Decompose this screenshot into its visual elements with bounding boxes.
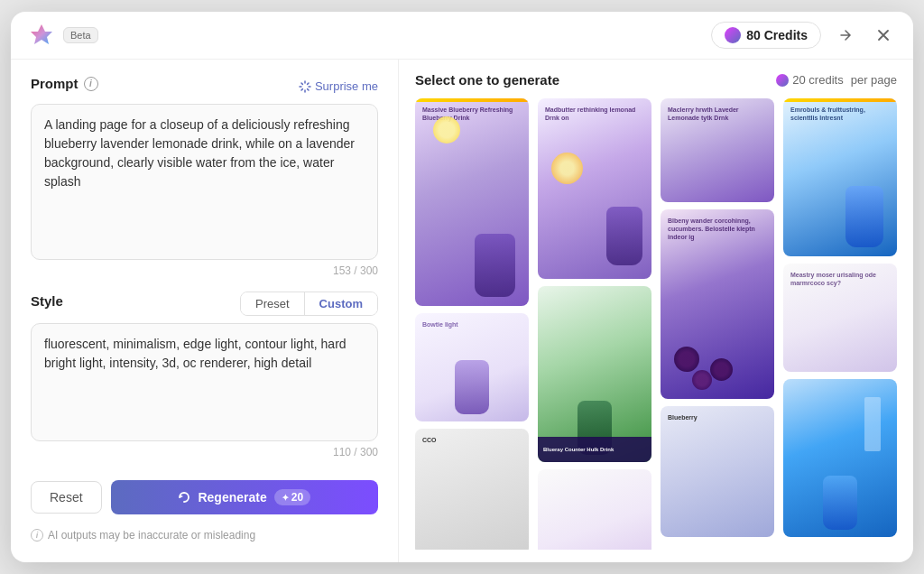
gallery-card-c4-2[interactable]: Meastry moser urisaling ode marmrcoco sc… [783,264,897,372]
beta-badge: Beta [63,27,98,43]
prompt-label: Prompt i [31,76,98,91]
card-text: Madbutter rethinking lemonad Drnk on [545,106,644,122]
prompt-header: Prompt i Surprise me [31,76,378,97]
card-text: Bowtie light [422,320,522,329]
gallery-meta: 20 credits per page [776,73,897,87]
svg-marker-1 [180,495,183,498]
gallery-card-c2-1[interactable]: Madbutter rethinking lemonad Drnk on [538,98,651,279]
gallery-card-c1-3[interactable]: CCO [415,429,529,550]
gallery-title: Select one to generate [415,72,559,88]
gallery-card-c4-1[interactable]: Emrobuls & fruittustring, scienttlis Int… [783,98,897,256]
style-section: Style Preset Custom fluorescent, minimal… [31,292,378,458]
minimize-button[interactable] [832,22,859,49]
drink-illustration [606,207,642,265]
close-button[interactable] [870,22,897,49]
card-text: Maclerry hrwth Laveder Lemonade tytk Drn… [668,106,767,122]
credits-button[interactable]: 80 Credits [711,22,821,49]
app-logo [27,21,56,50]
style-char-count: 110 / 300 [31,446,378,458]
berry-deco-2 [692,370,712,390]
gallery-card-c4-3[interactable] [783,379,897,537]
disclaimer: i AI outputs may be inaccurate or mislea… [31,529,378,542]
gallery-credits: 20 credits [776,73,843,87]
per-page-label: per page [851,73,897,87]
right-panel: Select one to generate 20 credits per pa… [399,60,913,562]
header-right: 80 Credits [711,22,897,49]
style-tab-group: Preset Custom [240,292,378,316]
card-text: Blbeny wander corcohinng, cucumbers. Bel… [668,217,767,241]
gallery-card-c3-1[interactable]: Maclerry hrwth Laveder Lemonade tytk Drn… [661,98,774,202]
style-textarea[interactable]: fluorescent, minimalism, edge light, con… [31,323,378,441]
drink-illustration [823,476,857,530]
gallery-card-c3-3[interactable]: Blueberry [661,406,774,537]
svg-marker-0 [31,24,52,44]
credits-icon [725,27,741,43]
main-modal: Beta 80 Credits Prompt i [11,12,913,562]
preset-tab[interactable]: Preset [241,292,305,315]
gallery-col-2: Madbutter rethinking lemonad Drnk on Blu… [538,98,651,550]
card-text: CCO [422,436,522,444]
prompt-info-icon[interactable]: i [84,77,98,91]
gallery-credits-icon [776,74,789,87]
gallery-card-c3-2[interactable]: Blbeny wander corcohinng, cucumbers. Bel… [661,209,774,399]
gallery-card-c2-2[interactable]: Blueray Counter Hulk Drink [538,286,651,462]
gallery-col-3: Maclerry hrwth Laveder Lemonade tytk Drn… [661,98,774,550]
gallery-card-c2-3[interactable] [538,469,651,550]
modal-body: Prompt i Surprise me A landing page for … [11,60,913,562]
drink-illustration-2 [455,360,489,414]
card-text: Meastry moser urisaling ode marmrcoco sc… [790,271,890,287]
card-banner: Blueray Counter Hulk Drink [538,437,651,462]
surprise-me-button[interactable]: Surprise me [299,79,378,93]
drink-illustration [845,186,883,247]
card-text: Emrobuls & fruittustring, scienttlis Int… [790,106,890,122]
bottom-actions: Reset Regenerate ✦ 20 [31,480,378,514]
left-panel: Prompt i Surprise me A landing page for … [11,60,399,562]
prompt-textarea[interactable]: A landing page for a closeup of a delici… [31,104,378,260]
berry-deco-1 [674,347,699,372]
gallery-col-4: Emrobuls & fruittustring, scienttlis Int… [783,98,897,550]
disclaimer-icon: i [31,529,43,542]
card-top-accent [783,98,897,102]
berry-deco-3 [710,358,733,381]
gallery-grid: Massive Blueberry RefreshingBlueberry Dr… [415,98,897,550]
modal-header: Beta 80 Credits [11,12,913,60]
header-left: Beta [27,21,98,50]
lemon-decoration [433,116,460,144]
regenerate-button[interactable]: Regenerate ✦ 20 [111,480,378,514]
gallery-col-1: Massive Blueberry RefreshingBlueberry Dr… [415,98,529,550]
style-label: Style [31,293,63,309]
gallery-card-c1-1[interactable]: Massive Blueberry RefreshingBlueberry Dr… [415,98,529,306]
prompt-section: Prompt i Surprise me A landing page for … [31,76,378,277]
lemon-deco [551,153,583,184]
reset-button[interactable]: Reset [31,481,102,514]
credits-label: 80 Credits [746,28,808,42]
style-header-row: Style Preset Custom [31,292,378,316]
gallery-header: Select one to generate 20 credits per pa… [415,72,897,88]
gallery-card-c1-2[interactable]: Bowtie light [415,313,529,421]
card-text: Blueberry [668,413,767,421]
drink-illustration [475,234,515,297]
prompt-char-count: 153 / 300 [31,264,378,277]
straw-deco [864,397,881,451]
card-top-accent [415,98,529,102]
regen-badge: ✦ 20 [274,489,310,505]
custom-tab[interactable]: Custom [305,292,377,315]
